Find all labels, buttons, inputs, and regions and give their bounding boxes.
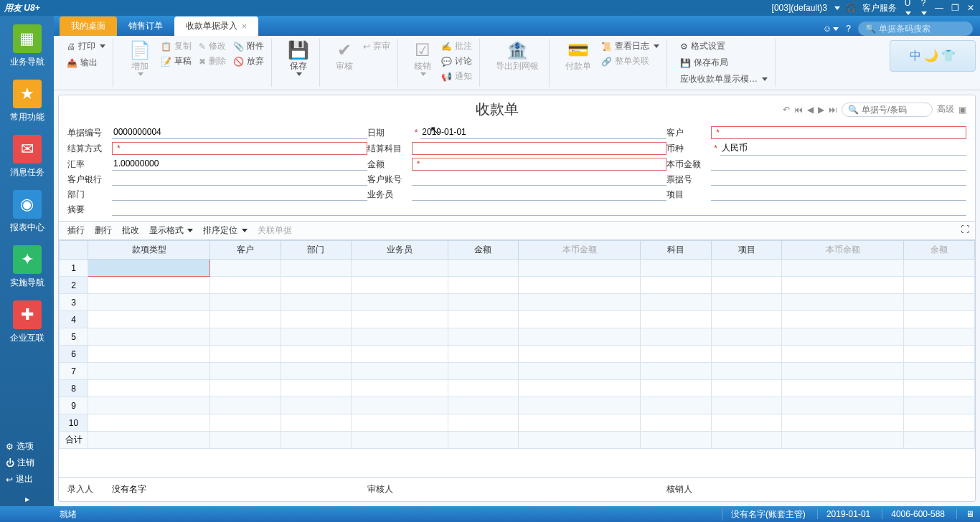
draft-button[interactable]: 📝 草稿 bbox=[158, 54, 194, 69]
col-header-4[interactable]: 金额 bbox=[448, 241, 519, 260]
grid-cell[interactable] bbox=[210, 414, 281, 432]
settle-field[interactable]: * bbox=[112, 142, 367, 155]
grid-cell[interactable] bbox=[641, 414, 712, 432]
insert-row-button[interactable]: 插行 bbox=[67, 224, 85, 237]
table-row[interactable]: 5 bbox=[60, 328, 975, 346]
last-icon[interactable]: ⏭ bbox=[829, 105, 837, 115]
grid-cell[interactable] bbox=[88, 277, 210, 294]
grid-cell[interactable] bbox=[448, 294, 519, 311]
barcode-search[interactable]: 🔍 bbox=[858, 22, 973, 36]
notify-button[interactable]: 📢 通知 bbox=[438, 69, 475, 84]
grid-cell[interactable] bbox=[352, 328, 448, 346]
sidebar-collapse[interactable]: ▸ bbox=[19, 492, 35, 506]
grid-cell[interactable] bbox=[352, 311, 448, 328]
export-bank-button[interactable]: 🏦导出到网银 bbox=[490, 39, 545, 74]
service-link[interactable]: 客户服务 bbox=[862, 2, 897, 14]
grid-cell[interactable] bbox=[519, 260, 641, 277]
grid-cell[interactable] bbox=[210, 294, 281, 311]
curr-field[interactable]: 人民币 bbox=[720, 141, 966, 156]
grid-cell[interactable] bbox=[352, 397, 448, 414]
grid-cell[interactable] bbox=[519, 363, 641, 380]
grid-cell[interactable] bbox=[904, 294, 975, 311]
col-header-9[interactable]: 余额 bbox=[904, 241, 975, 260]
copy-button[interactable]: 📋 复制 bbox=[158, 39, 194, 54]
table-row[interactable]: 8 bbox=[60, 380, 975, 397]
grid-cell[interactable] bbox=[88, 397, 210, 414]
grid-cell[interactable] bbox=[88, 294, 210, 311]
grid-cell[interactable] bbox=[519, 294, 641, 311]
table-row[interactable]: 1 bbox=[60, 260, 975, 277]
col-header-6[interactable]: 科目 bbox=[641, 241, 712, 260]
grid-cell[interactable] bbox=[782, 397, 904, 414]
grid-cell[interactable] bbox=[352, 277, 448, 294]
col-header-2[interactable]: 部门 bbox=[281, 241, 352, 260]
delete-button[interactable]: ✖ 删除 bbox=[196, 54, 229, 69]
grid-cell[interactable] bbox=[88, 380, 210, 397]
table-row[interactable]: 3 bbox=[60, 294, 975, 311]
sidebar-link-1[interactable]: ⏻注销 bbox=[0, 455, 54, 471]
undo-icon[interactable]: ↶ bbox=[783, 105, 790, 115]
memo-field[interactable] bbox=[112, 203, 966, 216]
grid-cell[interactable] bbox=[352, 294, 448, 311]
sidebar-item-3[interactable]: ◉报表中心 bbox=[7, 184, 47, 239]
grid-cell[interactable] bbox=[782, 380, 904, 397]
grid-cell[interactable] bbox=[519, 311, 641, 328]
grid-cell[interactable] bbox=[782, 363, 904, 380]
grid-cell[interactable] bbox=[210, 346, 281, 363]
grid-cell[interactable] bbox=[281, 397, 352, 414]
subj-field[interactable] bbox=[412, 142, 667, 155]
doc-search[interactable]: 🔍 bbox=[842, 103, 933, 117]
format-button[interactable]: ⚙ 格式设置 bbox=[677, 39, 771, 54]
grid-cell[interactable] bbox=[711, 260, 782, 277]
sidebar-item-1[interactable]: ★常用功能 bbox=[7, 74, 47, 129]
tab-close-icon[interactable]: × bbox=[242, 22, 247, 32]
locate-icon[interactable]: ▣ bbox=[958, 105, 966, 115]
add-button[interactable]: 📄增加 bbox=[123, 39, 156, 87]
next-icon[interactable]: ▶ bbox=[818, 105, 824, 115]
discuss-button[interactable]: 💬 讨论 bbox=[438, 54, 475, 69]
local-field[interactable] bbox=[711, 158, 966, 171]
grid-cell[interactable] bbox=[352, 414, 448, 432]
payment-button[interactable]: 💳付款单 bbox=[560, 39, 597, 87]
grid-cell[interactable] bbox=[448, 260, 519, 277]
grid-cell[interactable] bbox=[448, 346, 519, 363]
grid-cell[interactable] bbox=[904, 363, 975, 380]
unaudit-button[interactable]: ↩ 弃审 bbox=[360, 39, 393, 54]
grid-cell[interactable] bbox=[448, 380, 519, 397]
table-row[interactable]: 2 bbox=[60, 277, 975, 294]
sidebar-link-2[interactable]: ↩退出 bbox=[0, 471, 54, 488]
grid-cell[interactable] bbox=[904, 328, 975, 346]
bank-field[interactable] bbox=[112, 173, 367, 186]
grid-cell[interactable] bbox=[711, 311, 782, 328]
col-header-3[interactable]: 业务员 bbox=[352, 241, 448, 260]
bill-field[interactable] bbox=[711, 173, 966, 186]
savelayout-button[interactable]: 💾 保存布局 bbox=[677, 55, 771, 70]
grid-cell[interactable] bbox=[641, 380, 712, 397]
proj-field[interactable] bbox=[711, 188, 966, 201]
restore-icon[interactable]: ❐ bbox=[950, 3, 960, 13]
grid-cell[interactable] bbox=[782, 277, 904, 294]
output-button[interactable]: 📤 输出 bbox=[64, 55, 108, 70]
grid-cell[interactable] bbox=[519, 380, 641, 397]
table-row[interactable]: 6 bbox=[60, 346, 975, 363]
grid-cell[interactable] bbox=[88, 328, 210, 346]
help-circle-icon[interactable]: ? bbox=[846, 24, 851, 34]
grid-cell[interactable] bbox=[448, 328, 519, 346]
batch-edit-button[interactable]: 批改 bbox=[122, 224, 139, 237]
barcode-search-input[interactable] bbox=[879, 24, 965, 34]
amt-field[interactable]: * bbox=[412, 158, 667, 171]
grid-cell[interactable] bbox=[210, 363, 281, 380]
grid-cell[interactable] bbox=[519, 414, 641, 432]
grid-cell[interactable] bbox=[641, 346, 712, 363]
dept-field[interactable] bbox=[112, 188, 367, 201]
grid-cell[interactable] bbox=[281, 294, 352, 311]
grid-cell[interactable] bbox=[519, 397, 641, 414]
delete-row-button[interactable]: 删行 bbox=[95, 224, 112, 237]
annotate-button[interactable]: ✍ 批注 bbox=[438, 39, 475, 54]
col-header-1[interactable]: 客户 bbox=[210, 241, 281, 260]
grid-cell[interactable] bbox=[352, 260, 448, 277]
print-button[interactable]: 🖨 打印 bbox=[64, 39, 108, 54]
grid-cell[interactable] bbox=[904, 277, 975, 294]
session-dropdown-icon[interactable] bbox=[834, 6, 840, 10]
grid-cell[interactable] bbox=[210, 311, 281, 328]
